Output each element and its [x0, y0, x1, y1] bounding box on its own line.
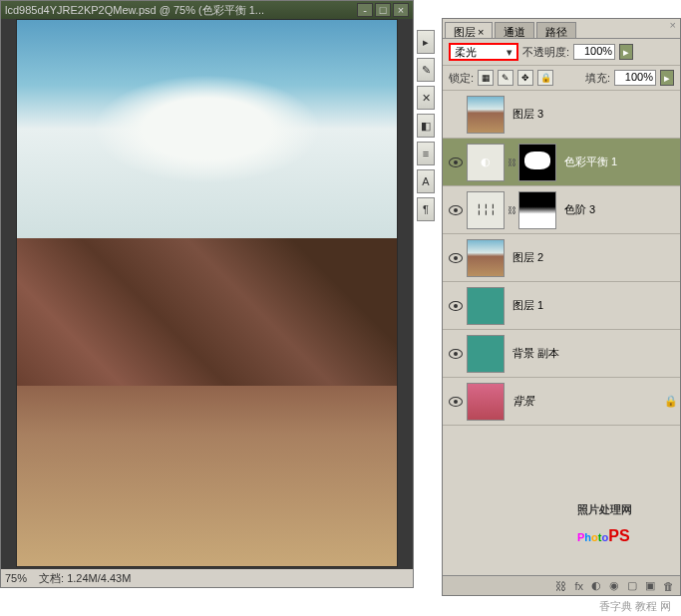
tool-strip: ▸ ✎ ✕ ◧ ≡ A ¶ [417, 30, 437, 225]
layer-thumbnail[interactable] [467, 287, 505, 325]
panel-close-icon[interactable]: × [670, 19, 676, 31]
visibility-toggle[interactable] [445, 253, 467, 263]
opacity-flyout-icon[interactable]: ▸ [619, 44, 633, 60]
canvas-image [17, 20, 397, 566]
fill-flyout-icon[interactable]: ▸ [660, 70, 674, 86]
document-titlebar: lcd985d4YJRE2KP2QMew.psd @ 75% (色彩平衡 1..… [1, 1, 413, 19]
layer-name[interactable]: 图层 2 [512, 250, 678, 265]
mask-icon[interactable]: ◐ [591, 579, 601, 592]
lock-options-row: 锁定: ▦ ✎ ✥ 🔒 填充: 100% ▸ [443, 66, 680, 91]
tab-paths[interactable]: 路径 [536, 22, 576, 38]
tab-channels[interactable]: 通道 [495, 22, 534, 38]
minimize-button[interactable]: - [357, 3, 373, 17]
layer-row[interactable]: 图层 3 [443, 91, 680, 139]
panel-tabs: 图层× 通道 路径 [443, 19, 680, 39]
visibility-toggle[interactable] [445, 157, 467, 167]
lock-transparency-icon[interactable]: ▦ [478, 70, 494, 86]
file-info: 文档: 1.24M/4.43M [39, 571, 131, 586]
options-tool-icon[interactable]: ✕ [417, 86, 435, 110]
lock-label: 锁定: [449, 71, 474, 86]
link-layers-icon[interactable]: ⛓ [555, 580, 566, 592]
layer-row[interactable]: 背景 副本 [443, 330, 680, 378]
eye-icon [449, 157, 463, 167]
close-button[interactable]: × [393, 3, 409, 17]
panel-footer: ⛓ fx ◐ ◉ ▢ ▣ 🗑 [443, 575, 680, 595]
canvas[interactable] [16, 19, 398, 567]
link-icon[interactable]: ⛓ [507, 157, 516, 167]
tab-layers[interactable]: 图层× [445, 22, 493, 38]
adjustment-thumbnail[interactable]: ◐ [467, 144, 505, 181]
layer-name[interactable]: 色彩平衡 1 [564, 154, 678, 169]
document-statusbar: 75% 文档: 1.24M/4.43M [1, 569, 413, 587]
maximize-button[interactable]: □ [375, 3, 391, 17]
layer-row[interactable]: 背景 🔒 [443, 378, 680, 426]
swatch-tool-icon[interactable]: ◧ [417, 114, 435, 138]
lock-position-icon[interactable]: ✥ [517, 70, 533, 86]
fill-input[interactable]: 100% [614, 70, 656, 86]
lock-all-icon[interactable]: 🔒 [537, 70, 553, 86]
group-icon[interactable]: ▢ [627, 579, 637, 592]
layer-thumbnail[interactable] [467, 335, 505, 373]
fill-label: 填充: [585, 71, 610, 86]
history-tool-icon[interactable]: ≡ [417, 142, 435, 165]
layer-name[interactable]: 背景 [512, 394, 664, 409]
visibility-toggle[interactable] [445, 349, 467, 359]
opacity-label: 不透明度: [522, 45, 569, 60]
opacity-input[interactable]: 100% [573, 44, 615, 60]
delete-icon[interactable]: 🗑 [663, 580, 674, 592]
layer-thumbnail[interactable] [467, 383, 505, 421]
eye-icon [449, 301, 463, 311]
layer-row[interactable]: ╎╎╎ ⛓ 色阶 3 [443, 186, 680, 234]
visibility-toggle[interactable] [445, 205, 467, 215]
document-window: lcd985d4YJRE2KP2QMew.psd @ 75% (色彩平衡 1..… [0, 0, 414, 588]
text-tool-icon[interactable]: A [417, 169, 435, 193]
new-layer-icon[interactable]: ▣ [645, 579, 655, 592]
brush-tool-icon[interactable]: ✎ [417, 58, 435, 82]
nav-tool-icon[interactable]: ▸ [417, 30, 435, 54]
document-title: lcd985d4YJRE2KP2QMew.psd @ 75% (色彩平衡 1..… [5, 3, 355, 18]
paragraph-tool-icon[interactable]: ¶ [417, 197, 435, 221]
lock-icon: 🔒 [664, 395, 678, 408]
layer-row[interactable]: ◐ ⛓ 色彩平衡 1 [443, 139, 680, 186]
layer-name[interactable]: 色阶 3 [564, 202, 678, 217]
eye-icon [449, 205, 463, 215]
layer-thumbnail[interactable] [467, 239, 505, 277]
zoom-level[interactable]: 75% [5, 572, 27, 584]
layer-thumbnail[interactable] [467, 96, 505, 134]
adjustment-thumbnail[interactable]: ╎╎╎ [467, 191, 505, 229]
visibility-toggle[interactable] [445, 301, 467, 311]
layer-row[interactable]: 图层 2 [443, 234, 680, 282]
eye-icon [449, 349, 463, 359]
link-icon[interactable]: ⛓ [507, 205, 516, 215]
layer-name[interactable]: 图层 3 [512, 107, 678, 122]
layer-name[interactable]: 背景 副本 [512, 346, 678, 361]
mask-thumbnail[interactable] [518, 144, 556, 181]
layer-name[interactable]: 图层 1 [512, 298, 678, 313]
lock-pixels-icon[interactable]: ✎ [498, 70, 513, 86]
eye-icon [449, 253, 463, 263]
visibility-toggle[interactable] [445, 397, 467, 407]
bottom-watermark: 香字典 教程 网 [599, 599, 671, 614]
mask-thumbnail[interactable] [518, 191, 556, 229]
adjustment-icon[interactable]: ◉ [609, 579, 619, 592]
blend-mode-select[interactable]: 柔光 [449, 43, 518, 61]
layers-panel: × 图层× 通道 路径 柔光 不透明度: 100% ▸ 锁定: ▦ ✎ ✥ 🔒 … [442, 18, 681, 596]
layers-list: 图层 3 ◐ ⛓ 色彩平衡 1 ╎╎╎ ⛓ 色阶 3 图层 2 [443, 91, 680, 575]
fx-icon[interactable]: fx [574, 580, 583, 592]
eye-icon [449, 397, 463, 407]
blend-options-row: 柔光 不透明度: 100% ▸ [443, 39, 680, 66]
layer-row[interactable]: 图层 1 [443, 282, 680, 330]
